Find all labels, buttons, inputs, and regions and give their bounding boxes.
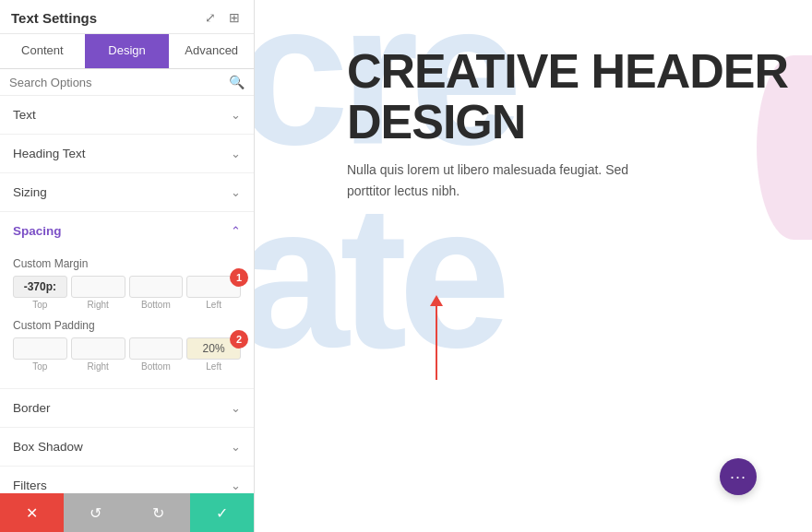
- padding-badge: 2: [230, 330, 248, 349]
- padding-bottom-label: Bottom: [141, 361, 171, 372]
- padding-top-input[interactable]: [13, 337, 67, 360]
- padding-left-label: Left: [206, 361, 221, 372]
- padding-right-input[interactable]: [71, 337, 125, 360]
- panel-body: Text ⌄ Heading Text ⌄ Sizing ⌄ Spacing ⌃: [0, 96, 254, 493]
- margin-top-input[interactable]: [13, 276, 67, 298]
- margin-bottom-label: Bottom: [141, 300, 171, 310]
- padding-top-label: Top: [32, 361, 47, 372]
- settings-panel: Text Settings ⤢ ⊞ Content Design Advance…: [0, 0, 255, 532]
- fab-button[interactable]: ···: [720, 458, 757, 495]
- panel-title: Text Settings: [11, 10, 97, 26]
- section-border: Border ⌄: [0, 389, 254, 428]
- section-filters-chevron: ⌄: [231, 479, 241, 492]
- spacing-content: Custom Margin Top Right Bottom: [0, 250, 254, 388]
- margin-right-label: Right: [87, 300, 108, 310]
- section-sizing-header[interactable]: Sizing ⌄: [0, 173, 254, 211]
- padding-bottom-input[interactable]: [129, 337, 184, 360]
- tab-content[interactable]: Content: [0, 34, 85, 68]
- padding-fields-row: Top Right Bottom Left 2: [13, 337, 241, 372]
- arrow-head: [430, 295, 443, 306]
- section-filters-label: Filters: [13, 479, 47, 492]
- confirm-button[interactable]: ✓: [190, 493, 254, 532]
- section-sizing: Sizing ⌄: [0, 173, 254, 212]
- section-spacing-label: Spacing: [13, 224, 62, 238]
- custom-padding-label: Custom Padding: [13, 319, 241, 332]
- padding-top-field: Top: [13, 337, 67, 372]
- section-text: Text ⌄: [0, 96, 254, 135]
- custom-margin-label: Custom Margin: [13, 257, 241, 270]
- arrow-line: [436, 306, 437, 380]
- tab-design[interactable]: Design: [85, 34, 170, 68]
- section-boxshadow-chevron: ⌄: [231, 440, 241, 454]
- section-boxshadow-label: Box Shadow: [13, 440, 83, 454]
- panel-header-icons: ⤢ ⊞: [202, 9, 243, 26]
- section-boxshadow: Box Shadow ⌄: [0, 428, 254, 467]
- margin-fields-row: Top Right Bottom Left 1: [13, 276, 241, 310]
- section-boxshadow-header[interactable]: Box Shadow ⌄: [0, 428, 254, 466]
- section-heading-chevron: ⌄: [231, 147, 241, 160]
- panel-header: Text Settings ⤢ ⊞: [0, 0, 254, 34]
- margin-top-field: Top: [13, 276, 67, 310]
- search-icon: 🔍: [229, 75, 245, 89]
- section-spacing-chevron: ⌃: [231, 224, 241, 238]
- expand-icon[interactable]: ⤢: [202, 9, 219, 26]
- grid-icon[interactable]: ⊞: [226, 9, 243, 26]
- section-heading: Heading Text ⌄: [0, 135, 254, 173]
- preview-panel: create CREATIVE HEADER DESIGN Nulla quis…: [255, 0, 812, 532]
- redo-button[interactable]: ↻: [127, 493, 191, 532]
- section-spacing-header[interactable]: Spacing ⌃: [0, 212, 254, 250]
- preview-content: CREATIVE HEADER DESIGN Nulla quis lorem …: [347, 46, 794, 201]
- undo-button[interactable]: ↺: [64, 493, 127, 532]
- tab-advanced[interactable]: Advanced: [169, 34, 254, 68]
- margin-bottom-field: Bottom: [129, 276, 184, 310]
- cancel-button[interactable]: ✕: [0, 493, 64, 532]
- search-bar: 🔍: [0, 69, 254, 96]
- section-border-label: Border: [13, 401, 51, 415]
- margin-bottom-input[interactable]: [129, 276, 184, 298]
- margin-badge: 1: [230, 268, 248, 287]
- section-sizing-chevron: ⌄: [231, 185, 241, 199]
- padding-left-field: Left 2: [186, 337, 241, 372]
- section-text-label: Text: [13, 108, 36, 122]
- padding-right-label: Right: [87, 361, 108, 372]
- tab-bar: Content Design Advanced: [0, 34, 254, 69]
- section-border-header[interactable]: Border ⌄: [0, 389, 254, 427]
- margin-left-field: Left 1: [186, 276, 241, 310]
- section-border-chevron: ⌄: [231, 401, 241, 415]
- section-heading-label: Heading Text: [13, 147, 86, 160]
- section-text-chevron: ⌄: [231, 108, 241, 122]
- fab-dots-icon: ···: [730, 467, 746, 487]
- search-input[interactable]: [9, 76, 229, 89]
- margin-right-input[interactable]: [71, 276, 125, 298]
- section-filters: Filters ⌄: [0, 467, 254, 493]
- section-filters-header[interactable]: Filters ⌄: [0, 467, 254, 493]
- section-spacing: Spacing ⌃ Custom Margin Top Right: [0, 212, 254, 389]
- section-sizing-label: Sizing: [13, 185, 47, 199]
- preview-heading: CREATIVE HEADER DESIGN: [347, 46, 794, 147]
- padding-right-field: Right: [71, 337, 125, 372]
- margin-left-label: Left: [206, 300, 221, 310]
- padding-bottom-field: Bottom: [129, 337, 184, 372]
- arrow-indicator: [430, 295, 443, 380]
- preview-body-text: Nulla quis lorem ut libero malesuada feu…: [347, 160, 661, 201]
- bottom-toolbar: ✕ ↺ ↻ ✓: [0, 493, 254, 532]
- margin-top-label: Top: [32, 300, 47, 310]
- section-text-header[interactable]: Text ⌄: [0, 96, 254, 134]
- section-heading-header[interactable]: Heading Text ⌄: [0, 135, 254, 172]
- margin-right-field: Right: [71, 276, 125, 310]
